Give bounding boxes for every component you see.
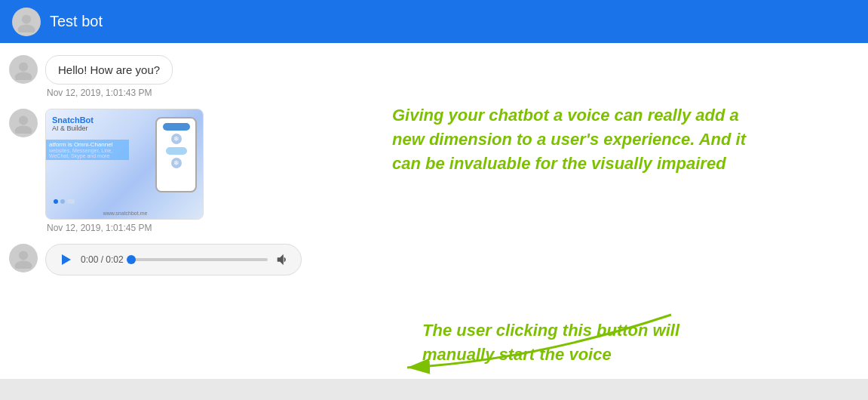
img-website: www.snatchbot.me (46, 211, 204, 216)
annotation-text-2: The user clicking this button will manua… (422, 318, 739, 367)
img-omni-text: atform is Omni-Channel websites, Messeng… (46, 140, 129, 160)
phone-bubble-2 (166, 147, 187, 155)
avatar (12, 8, 41, 36)
audio-time: 0:00 / 0:02 (81, 254, 124, 265)
play-button[interactable] (58, 252, 73, 267)
image-placeholder: SnatchBot AI & Builder atform is Omni-Ch… (46, 109, 204, 219)
svg-point-2 (19, 62, 28, 71)
audio-progress[interactable] (131, 258, 268, 261)
phone-bubble-1 (163, 123, 190, 131)
bottom-bar (0, 379, 868, 400)
img-phone: ❄ ❄ (155, 117, 197, 192)
svg-point-1 (18, 24, 35, 32)
image-message: SnatchBot AI & Builder atform is Omni-Ch… (45, 109, 204, 220)
message-row-1: Hello! How are you? (9, 55, 338, 85)
annotation-area: Giving your chatbot a voice can really a… (347, 43, 868, 400)
svg-point-7 (15, 261, 32, 269)
header-title: Test bot (50, 13, 103, 30)
svg-marker-8 (62, 254, 71, 265)
message-text-1: Hello! How are you? (58, 63, 160, 76)
main-area: Hello! How are you? Nov 12, 2019, 1:01:4… (0, 43, 868, 400)
svg-point-4 (19, 115, 28, 125)
user-avatar-3 (9, 244, 38, 272)
message-row-3: 0:00 / 0:02 (9, 244, 338, 275)
phone-snowflake: ❄ (171, 134, 182, 144)
svg-point-3 (15, 72, 32, 81)
img-dots (54, 199, 75, 204)
user-avatar-1 (9, 55, 38, 84)
volume-icon[interactable] (275, 253, 289, 266)
svg-point-5 (15, 126, 32, 134)
annotation-text-1: Giving your chatbot a voice can really a… (392, 103, 762, 176)
svg-point-6 (19, 251, 28, 260)
user-avatar-2 (9, 109, 38, 137)
message-row-2: SnatchBot AI & Builder atform is Omni-Ch… (9, 109, 338, 220)
timestamp-1: Nov 12, 2019, 1:01:43 PM (47, 88, 338, 98)
audio-progress-thumb[interactable] (127, 255, 136, 264)
audio-player: 0:00 / 0:02 (45, 244, 302, 275)
chat-area: Hello! How are you? Nov 12, 2019, 1:01:4… (0, 43, 347, 400)
svg-point-0 (22, 14, 31, 23)
header: Test bot (0, 0, 868, 43)
phone-snowflake-2: ❄ (171, 158, 182, 168)
timestamp-2: Nov 12, 2019, 1:01:45 PM (47, 223, 338, 233)
message-bubble-1: Hello! How are you? (45, 55, 173, 85)
